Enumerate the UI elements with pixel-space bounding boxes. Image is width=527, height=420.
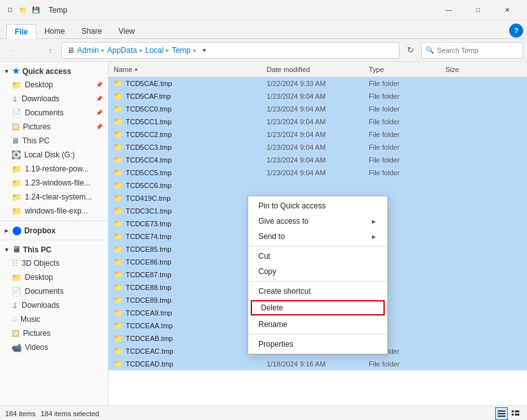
path-sep-2: ▸ [140, 47, 143, 54]
file-name-cell: 📁 TCD5CC2.tmp [111, 130, 264, 139]
pin-icon-desktop: 📌 [96, 82, 103, 88]
folder-icon-pictures: 🖼 [11, 122, 20, 132]
col-header-date[interactable]: Date modified [264, 66, 366, 73]
sidebar-quick-access-header[interactable]: ▼ ★ Quick access [0, 64, 108, 78]
path-appdata[interactable]: AppData [107, 46, 137, 55]
sidebar-item-videos[interactable]: 📹 Videos [0, 340, 108, 354]
sidebar-item-folder4[interactable]: 📁 windows-file-exp... [0, 204, 108, 218]
path-admin[interactable]: Admin [77, 46, 99, 55]
folder-icon-documents-pc: 📄 [11, 287, 22, 296]
context-menu-item[interactable]: Cut [248, 249, 387, 264]
tab-share[interactable]: Share [73, 24, 110, 38]
sidebar-item-desktop[interactable]: 📁 Desktop 📌 [0, 78, 108, 92]
context-menu-item[interactable]: Copy [248, 264, 387, 279]
context-menu-item[interactable]: Pin to Quick access [248, 198, 387, 214]
sidebar-item-documents[interactable]: 📄 Documents 📌 [0, 106, 108, 120]
table-row[interactable]: 📁 TCD5CC3.tmp 1/23/2024 9:04 AM File fol… [108, 141, 527, 154]
path-sep-1: ▸ [101, 47, 105, 54]
sidebar-item-folder2[interactable]: 📁 1.23-windows-file... [0, 176, 108, 190]
sidebar-thispc-header[interactable]: ▼ 🖥 This PC [0, 243, 108, 256]
folder-icon-row: 📁 [114, 359, 123, 368]
table-row[interactable]: 📁 TCD5CC0.tmp 1/23/2024 9:04 AM File fol… [108, 103, 527, 115]
item-count: 184 items [5, 410, 36, 417]
forward-button[interactable]: → [23, 42, 40, 59]
search-box[interactable]: 🔍 [421, 42, 523, 59]
svg-rect-1 [498, 413, 505, 414]
path-dropdown[interactable]: ▼ [202, 47, 207, 54]
folder-icon-desktop: 📁 [11, 80, 22, 90]
file-name-cell: 📁 TCDCE73.tmp [111, 219, 264, 228]
close-button[interactable]: ✕ [493, 0, 522, 20]
sidebar-item-music[interactable]: ♫ Music [0, 312, 108, 326]
path-temp[interactable]: Temp [172, 46, 190, 55]
sidebar-pictures-label: Pictures [23, 122, 50, 131]
folder-icon-videos: 📹 [11, 343, 22, 352]
search-input[interactable] [437, 47, 525, 54]
sidebar-item-downloads-pc[interactable]: ⇓ Downloads [0, 298, 108, 312]
pin-icon-documents: 📌 [96, 110, 103, 116]
selected-count: 184 items selected [41, 410, 100, 417]
sidebar-item-documents-pc[interactable]: 📄 Documents [0, 284, 108, 298]
refresh-button[interactable]: ↻ [402, 42, 419, 59]
folder-icon-row: 📁 [114, 283, 123, 292]
sidebar-item-pictures[interactable]: 🖼 Pictures 📌 [0, 120, 108, 134]
context-menu-item[interactable]: Send to► [248, 229, 387, 244]
tab-view[interactable]: View [110, 24, 144, 38]
search-icon: 🔍 [426, 46, 434, 54]
table-row[interactable]: 📁 TCDCEAD.tmp 1/18/2024 9:16 AM File fol… [108, 358, 527, 370]
sidebar-dropbox-header[interactable]: ► ⬤ Dropbox [0, 224, 108, 237]
sidebar-item-thispc-qa[interactable]: 🖥 This PC [0, 134, 108, 148]
sidebar-item-pictures-pc[interactable]: 🖼 Pictures [0, 326, 108, 340]
sidebar-item-folder3[interactable]: 📁 1.24-clear-system... [0, 190, 108, 204]
context-menu-item[interactable]: Create shortcut [248, 284, 387, 299]
context-menu-item[interactable]: Properties [248, 337, 387, 352]
col-header-name[interactable]: Name ▲ [111, 66, 264, 73]
sidebar-item-folder1[interactable]: 📁 1.19-restore-pow... [0, 162, 108, 176]
sidebar-item-downloads[interactable]: ⇓ Downloads 📌 [0, 92, 108, 106]
table-row[interactable]: 📁 TCD5CC2.tmp 1/23/2024 9:04 AM File fol… [108, 128, 527, 141]
col-header-type[interactable]: Type [366, 66, 443, 73]
table-row[interactable]: 📁 TCD5CC4.tmp 1/23/2024 9:04 AM File fol… [108, 154, 527, 166]
list-view-icon [497, 409, 506, 418]
table-row[interactable]: 📁 TCD5CC5.tmp 1/23/2024 9:04 AM File fol… [108, 166, 527, 179]
file-date-cell: 1/23/2024 9:04 AM [264, 92, 366, 100]
details-view-button[interactable] [509, 407, 522, 420]
folder-icon-row: 📁 [114, 296, 123, 305]
up-button[interactable]: ↑ [42, 42, 59, 59]
context-menu-item[interactable]: Give access to► [248, 214, 387, 229]
sidebar-thispc: ▼ 🖥 This PC ☷ 3D Objects 📁 Desktop 📄 Doc… [0, 243, 108, 354]
status-bar: 184 items 184 items selected [0, 405, 527, 420]
context-menu-delete[interactable]: Delete [251, 300, 385, 315]
help-button[interactable]: ? [509, 24, 523, 38]
table-row[interactable]: 📁 TCD5CAE.tmp 1/22/2024 9:33 AM File fol… [108, 77, 527, 90]
file-date-cell: 1/23/2024 9:04 AM [264, 156, 366, 164]
list-view-button[interactable] [495, 407, 508, 420]
minimize-button[interactable]: — [434, 0, 463, 20]
table-row[interactable]: 📁 TCD5CAF.tmp 1/23/2024 9:04 AM File fol… [108, 90, 527, 103]
address-path[interactable]: 🖥 Admin ▸ AppData ▸ Local ▸ Temp ▸ ▼ [61, 42, 399, 59]
tab-file[interactable]: File [6, 24, 36, 39]
dropbox-label: Dropbox [24, 226, 56, 235]
back-button[interactable]: ← [4, 42, 20, 59]
sidebar-videos-label: Videos [25, 343, 48, 352]
sidebar-divider-2 [0, 240, 108, 240]
tab-home[interactable]: Home [36, 24, 73, 38]
music-icon: ♫ [11, 315, 17, 324]
context-menu-item[interactable]: Rename [248, 317, 387, 332]
col-header-size[interactable]: Size [443, 66, 494, 73]
table-row[interactable]: 📁 TCD5CC6.tmp [108, 179, 527, 192]
sidebar-folder3-label: 1.24-clear-system... [25, 192, 92, 201]
file-type-cell: File folder [366, 131, 443, 138]
table-row[interactable]: 📁 TCD5CC1.tmp 1/23/2024 9:04 AM File fol… [108, 115, 527, 128]
sidebar-item-localdisk[interactable]: 💽 Local Disk (G:) [0, 148, 108, 162]
file-name-cell: 📁 TCD5CAF.tmp [111, 92, 264, 101]
file-name-cell: 📁 TCDCEAA.tmp [111, 321, 264, 330]
sidebar-music-label: Music [20, 315, 40, 324]
path-local[interactable]: Local [145, 46, 164, 55]
folder-icon-title: 📁 [18, 5, 28, 15]
folder-icon-row: 📁 [114, 270, 123, 279]
file-date-cell: 1/18/2024 9:16 AM [264, 360, 366, 368]
sidebar-item-3dobjects[interactable]: ☷ 3D Objects [0, 256, 108, 270]
maximize-button[interactable]: □ [463, 0, 493, 20]
sidebar-item-desktop-pc[interactable]: 📁 Desktop [0, 270, 108, 284]
